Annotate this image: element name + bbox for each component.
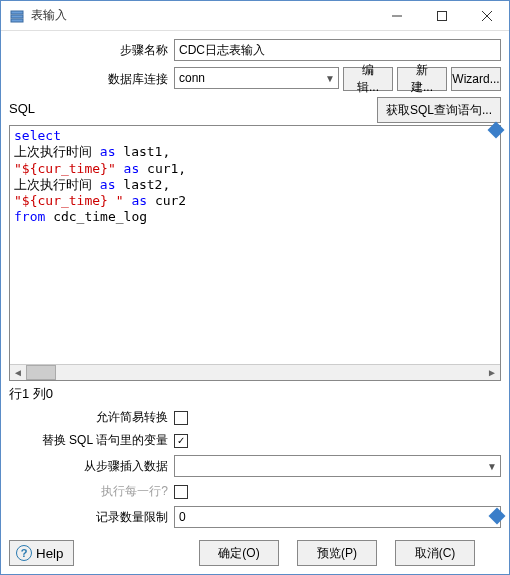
insert-from-step-select[interactable]: ▼: [174, 455, 501, 477]
close-button[interactable]: [464, 1, 509, 30]
record-limit-input[interactable]: [174, 506, 501, 528]
exec-each-row-row: 执行每一行?: [9, 483, 501, 500]
db-connection-value: conn: [179, 71, 205, 85]
sql-title: SQL: [9, 97, 377, 116]
insert-from-step-row: 从步骤插入数据 ▼: [9, 455, 501, 477]
app-icon: [9, 8, 25, 24]
allow-lazy-checkbox[interactable]: [174, 411, 188, 425]
record-limit-label: 记录数量限制: [9, 509, 174, 526]
maximize-button[interactable]: [419, 1, 464, 30]
step-name-row: 步骤名称: [9, 39, 501, 61]
wizard-button[interactable]: Wizard...: [451, 67, 501, 91]
cancel-button[interactable]: 取消(C): [395, 540, 475, 566]
ok-button[interactable]: 确定(O): [199, 540, 279, 566]
scroll-thumb[interactable]: [26, 365, 56, 380]
sql-editor[interactable]: select 上次执行时间 as last1, "${cur_time}" as…: [10, 126, 500, 364]
horizontal-scrollbar[interactable]: ◄ ►: [10, 364, 500, 380]
help-button[interactable]: ? Help: [9, 540, 74, 566]
minimize-button[interactable]: [374, 1, 419, 30]
preview-button[interactable]: 预览(P): [297, 540, 377, 566]
chevron-down-icon: ▼: [487, 461, 497, 472]
sql-header: SQL 获取SQL查询语句...: [9, 97, 501, 123]
record-limit-row: 记录数量限制: [9, 506, 501, 528]
allow-lazy-label: 允许简易转换: [9, 409, 174, 426]
scroll-right-icon[interactable]: ►: [484, 365, 500, 380]
exec-each-row-checkbox[interactable]: [174, 485, 188, 499]
replace-vars-checkbox[interactable]: [174, 434, 188, 448]
chevron-down-icon: ▼: [325, 73, 335, 84]
dialog-buttons: ? Help 确定(O) 预览(P) 取消(C): [9, 534, 501, 568]
exec-each-row-label: 执行每一行?: [9, 483, 174, 500]
svg-rect-1: [11, 15, 23, 18]
step-name-label: 步骤名称: [9, 42, 174, 59]
db-connection-label: 数据库连接: [9, 71, 174, 88]
window-buttons: [374, 1, 509, 30]
title-bar: 表输入: [1, 1, 509, 31]
content-area: 步骤名称 数据库连接 conn ▼ 编辑... 新建... Wizard... …: [1, 31, 509, 574]
dialog-window: 表输入 步骤名称 数据库连接 conn ▼: [0, 0, 510, 575]
db-connection-row: 数据库连接 conn ▼ 编辑... 新建... Wizard...: [9, 67, 501, 91]
insert-from-step-label: 从步骤插入数据: [9, 458, 174, 475]
svg-rect-4: [437, 11, 446, 20]
replace-vars-row: 替换 SQL 语句里的变量: [9, 432, 501, 449]
help-label: Help: [36, 546, 63, 561]
db-connection-select[interactable]: conn ▼: [174, 67, 339, 89]
help-icon: ?: [16, 545, 32, 561]
sql-editor-wrap: select 上次执行时间 as last1, "${cur_time}" as…: [9, 125, 501, 381]
window-title: 表输入: [31, 7, 374, 24]
get-sql-button[interactable]: 获取SQL查询语句...: [377, 97, 501, 123]
svg-rect-2: [11, 19, 23, 22]
step-name-input[interactable]: [174, 39, 501, 61]
edit-connection-button[interactable]: 编辑...: [343, 67, 393, 91]
scroll-left-icon[interactable]: ◄: [10, 365, 26, 380]
replace-vars-label: 替换 SQL 语句里的变量: [9, 432, 174, 449]
new-connection-button[interactable]: 新建...: [397, 67, 447, 91]
cursor-position-status: 行1 列0: [9, 385, 501, 403]
svg-rect-0: [11, 11, 23, 14]
allow-lazy-row: 允许简易转换: [9, 409, 501, 426]
